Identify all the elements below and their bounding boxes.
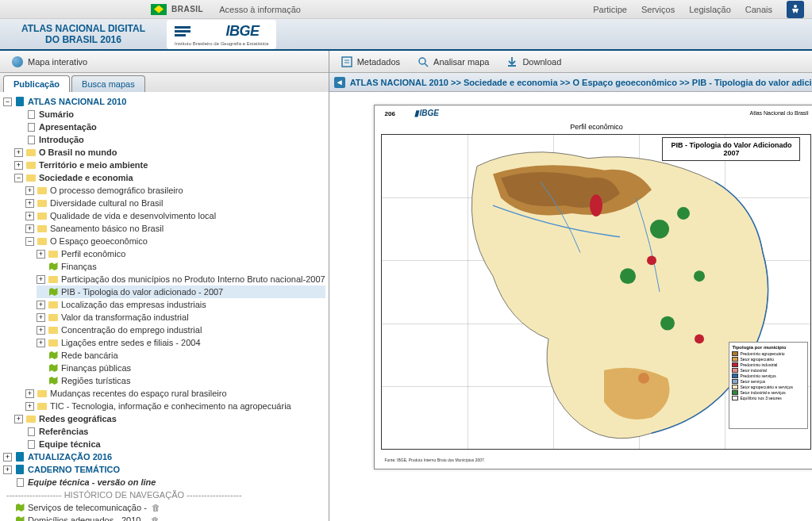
tree-processo[interactable]: +O processo demográfico brasileiro — [25, 184, 325, 197]
atlas-title: ATLAS NACIONAL DIGITAL DO BRASIL 2016 — [0, 20, 167, 48]
svg-rect-4 — [342, 57, 352, 67]
ibge-logo: IBGE Instituto Brasileiro de Geografia e… — [167, 20, 276, 49]
download-button[interactable]: Download — [499, 52, 567, 72]
svg-rect-1 — [175, 26, 190, 29]
tree-referencias[interactable]: Referências — [14, 425, 325, 438]
svg-point-7 — [419, 58, 425, 64]
svg-point-9 — [650, 220, 669, 239]
globe-icon — [10, 55, 25, 69]
collapse-panel-button[interactable]: ◄ — [334, 77, 345, 88]
page-number: 206 — [384, 110, 394, 117]
gov-link-servicos[interactable]: Serviços — [641, 5, 675, 14]
right-panel: Metadados Analisar mapa Download ? Ajuda… — [329, 51, 812, 521]
map-page: 206 ▮IBGE Atlas Nacional do Brasil Perfi… — [374, 105, 812, 469]
tree-participacao[interactable]: +Participação dos municípios no Produto … — [37, 273, 325, 285]
tree-regioes[interactable]: Regiões turísticas — [37, 374, 325, 387]
tree-espaco[interactable]: −O Espaço geoeconômico — [25, 235, 325, 247]
svg-line-8 — [425, 63, 428, 67]
tree-saneamento[interactable]: +Saneamento básico no Brasil — [25, 222, 325, 235]
tab-search-maps[interactable]: Busca mapas — [71, 75, 145, 92]
metadata-button[interactable]: Metadados — [334, 52, 406, 72]
gov-bar: BRASIL Acesso à informação Participe Ser… — [0, 0, 812, 19]
tree-brasil-mundo[interactable]: +O Brasil no mundo — [14, 146, 325, 159]
tab-publication[interactable]: Publicação — [3, 75, 70, 92]
svg-point-13 — [660, 316, 675, 331]
interactive-map-button[interactable]: Mapa interativo — [5, 52, 93, 72]
gov-country: BRASIL — [171, 5, 203, 13]
left-panel: Mapa interativo Publicação Busca mapas −… — [0, 51, 329, 521]
right-toolbar: Metadados Analisar mapa Download ? Ajuda — [329, 51, 812, 73]
svg-point-0 — [794, 5, 797, 8]
tree-tabs: Publicação Busca mapas — [0, 73, 329, 92]
trash-icon[interactable]: 🗑 — [151, 515, 160, 521]
left-toolbar: Mapa interativo — [0, 51, 329, 73]
svg-point-11 — [620, 268, 636, 284]
svg-point-12 — [694, 270, 705, 282]
svg-point-16 — [695, 334, 704, 343]
map-footer: Fonte: IBGE, Produto Interno Bruto dos M… — [384, 458, 485, 462]
breadcrumb: ◄ ATLAS NACIONAL 2010 >> Sociedade e eco… — [329, 73, 812, 92]
svg-point-14 — [590, 194, 602, 216]
svg-point-15 — [647, 255, 656, 265]
download-icon — [505, 55, 519, 69]
tree-diversidade[interactable]: +Diversidade cultural no Brasil — [25, 197, 325, 209]
map-source-label: Atlas Nacional do Brasil — [750, 110, 809, 116]
gov-link-canais[interactable]: Canais — [745, 5, 772, 14]
map-viewer[interactable]: 206 ▮IBGE Atlas Nacional do Brasil Perfi… — [329, 92, 812, 521]
gov-accessibility-icon[interactable] — [787, 1, 804, 18]
breadcrumb-text: ATLAS NACIONAL 2010 >> Sociedade e econo… — [350, 78, 812, 87]
brazil-flag-icon — [151, 4, 167, 15]
tree-valor[interactable]: +Valor da transformação industrial — [37, 311, 325, 324]
map-legend: Tipologia por município Predomínio agrop… — [729, 342, 808, 429]
tree-root-atualizacao[interactable]: +ATUALIZAÇÃO 2016 — [3, 450, 325, 463]
tree-sociedade[interactable]: −Sociedade e economia — [14, 171, 325, 184]
tree-tic[interactable]: +TIC - Tecnologia, informação e conhecim… — [25, 400, 325, 412]
tree-qualidade[interactable]: +Qualidade de vida e desenvolvimento loc… — [25, 209, 325, 222]
tree-root-caderno[interactable]: +CADERNO TEMÁTICO — [3, 463, 325, 476]
svg-rect-2 — [175, 30, 190, 33]
tree-ligacoes[interactable]: +Ligações entre sedes e filiais - 2004 — [37, 336, 325, 349]
tree-equipe[interactable]: Equipe técnica — [14, 438, 325, 450]
tree-perfil[interactable]: +Perfil econômico — [37, 247, 325, 260]
tree-root-atlas2010[interactable]: −ATLAS NACIONAL 2010 — [3, 95, 325, 108]
map-title: PIB - Tipologia do Valor Adicionado 2007 — [662, 137, 800, 161]
tree[interactable]: −ATLAS NACIONAL 2010 Sumário Apresentaçã… — [0, 92, 329, 521]
tree-fin-pub[interactable]: Finanças públicas — [37, 362, 325, 374]
metadata-icon — [340, 55, 354, 69]
tree-redes[interactable]: +Redes geográficas — [14, 412, 325, 425]
tree-introducao[interactable]: Introdução — [14, 133, 325, 146]
tree-concentracao[interactable]: +Concentração do emprego industrial — [37, 324, 325, 336]
tree-financas[interactable]: Finanças — [37, 260, 325, 273]
svg-point-10 — [677, 207, 690, 220]
hist-item-2[interactable]: Domicílios adequados - 2010 -🗑 — [3, 514, 325, 521]
tree-mudancas[interactable]: +Mudanças recentes do espaço rural brasi… — [25, 387, 325, 400]
tree-pib-selected[interactable]: PIB - Tipologia do valor adicionado - 20… — [37, 285, 325, 298]
help-button[interactable]: ? Ajuda — [808, 52, 812, 72]
magnifier-icon — [416, 55, 430, 69]
map-section-label: Perfil econômico — [570, 123, 623, 131]
banner: ATLAS NACIONAL DIGITAL DO BRASIL 2016 IB… — [0, 19, 812, 51]
hist-item-1[interactable]: Serviços de telecomunicação -🗑 — [3, 501, 325, 514]
gov-link-participe[interactable]: Participe — [593, 5, 627, 14]
tree-localizacao[interactable]: +Localização das empresas industriais — [37, 298, 325, 311]
gov-link-legislacao[interactable]: Legislação — [689, 5, 731, 14]
tree-rede-banc[interactable]: Rede bancária — [37, 349, 325, 362]
tree-territorio[interactable]: +Território e meio ambiente — [14, 159, 325, 171]
analyze-button[interactable]: Analisar mapa — [410, 52, 495, 72]
map-ibge-logo: ▮IBGE — [414, 109, 438, 117]
svg-rect-3 — [175, 34, 186, 36]
history-separator: ------------------- HISTÓRICO DE NAVEGAÇ… — [3, 488, 325, 501]
info-access-link[interactable]: Acesso à informação — [219, 5, 301, 14]
tree-apresentacao[interactable]: Apresentação — [14, 121, 325, 133]
trash-icon[interactable]: 🗑 — [152, 503, 160, 512]
tree-sumario[interactable]: Sumário — [14, 108, 325, 121]
tree-equipe-online[interactable]: Equipe técnica - versão on line — [3, 476, 325, 488]
